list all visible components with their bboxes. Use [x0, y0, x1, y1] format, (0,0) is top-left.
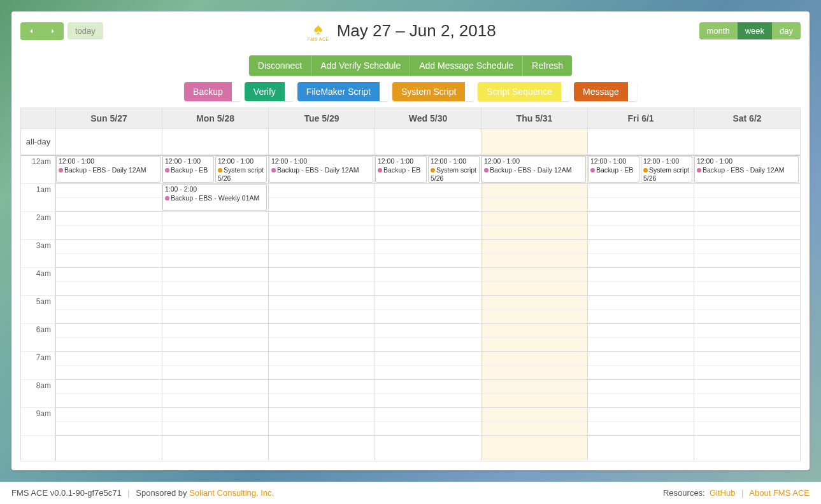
day-column[interactable]: 12:00 - 1:00Backup - EB12:00 - 1:00Syste…	[375, 156, 481, 461]
calendar-event[interactable]: 12:00 - 1:00Backup - EBS - Daily 12AM	[56, 156, 161, 183]
event-time: 12:00 - 1:00	[218, 157, 264, 166]
hour-label: 1am	[21, 184, 55, 212]
prev-button[interactable]	[20, 22, 42, 40]
about-link[interactable]: About FMS ACE	[749, 488, 810, 498]
hour-label: 6am	[21, 324, 55, 352]
event-dot-icon	[165, 196, 169, 200]
calendar: Sun 5/27Mon 5/28Tue 5/29Wed 5/30Thu 5/31…	[20, 108, 801, 461]
nav-arrows	[20, 22, 64, 40]
allday-cell[interactable]	[481, 129, 587, 155]
event-time: 12:00 - 1:00	[643, 157, 690, 166]
day-header: Sun 5/27	[55, 108, 162, 129]
day-column[interactable]: 12:00 - 1:00Backup - EBS - Daily 12AM	[694, 156, 800, 461]
filter-label[interactable]: FileMaker Script	[297, 82, 380, 101]
toolbar-disconnect[interactable]: Disconnect	[249, 55, 311, 76]
time-grid[interactable]: 12am1am2am3am4am5am6am7am8am9am 12:00 - …	[21, 156, 800, 461]
allday-cell[interactable]	[694, 129, 800, 155]
hour-label: 7am	[21, 352, 55, 380]
day-header: Fri 6/1	[587, 108, 694, 129]
filter-label[interactable]: Verify	[245, 82, 285, 101]
toolbar-add-verify-schedule[interactable]: Add Verify Schedule	[311, 55, 410, 76]
allday-cell[interactable]	[162, 129, 268, 155]
event-dot-icon	[643, 168, 648, 172]
filter-verify: Verify	[245, 82, 294, 101]
event-dot-icon	[590, 168, 595, 172]
event-title: System script 5/26	[218, 166, 264, 183]
filter-label[interactable]: Message	[574, 82, 628, 101]
filter-label[interactable]: System Script	[392, 82, 465, 101]
view-day[interactable]: day	[772, 22, 801, 39]
spade-icon: ♠	[306, 20, 331, 37]
day-column[interactable]: 12:00 - 1:00Backup - EB12:00 - 1:00Syste…	[587, 156, 694, 461]
sponsored-label: Sponsored by	[136, 488, 189, 498]
calendar-event[interactable]: 12:00 - 1:00Backup - EBS - Daily 12AM	[694, 156, 799, 183]
day-column[interactable]: 12:00 - 1:00Backup - EBS - Daily 12AM	[481, 156, 587, 461]
event-dot-icon	[165, 168, 169, 172]
calendar-event[interactable]: 1:00 - 2:00Backup - EBS - Weekly 01AM	[162, 184, 267, 211]
day-column[interactable]: 12:00 - 1:00Backup - EB12:00 - 1:00Syste…	[162, 156, 268, 461]
day-header: Tue 5/29	[268, 108, 375, 129]
event-title: Backup - EBS - Daily 12AM	[697, 166, 796, 175]
event-title: Backup - EBS - Daily 12AM	[59, 166, 158, 175]
event-dot-icon	[378, 168, 382, 172]
calendar-event[interactable]: 12:00 - 1:00System script 5/26	[215, 156, 267, 183]
event-time: 12:00 - 1:00	[590, 157, 637, 166]
calendar-event[interactable]: 12:00 - 1:00System script 5/26	[641, 156, 692, 183]
next-button[interactable]	[42, 22, 64, 40]
resources-label: Resources:	[663, 488, 705, 498]
today-button[interactable]: today	[68, 22, 103, 39]
toolbar-add-message-schedule[interactable]: Add Message Schedule	[410, 55, 523, 76]
calendar-event[interactable]: 12:00 - 1:00Backup - EB	[375, 156, 427, 183]
allday-cell[interactable]	[268, 129, 375, 155]
github-link[interactable]: GitHub	[710, 488, 735, 498]
event-title: Backup - EB	[165, 166, 211, 175]
filter-label[interactable]: Script Sequence	[478, 82, 561, 101]
filter-label[interactable]: Backup	[184, 82, 232, 101]
event-title: Backup - EB	[378, 166, 424, 175]
sponsor-link[interactable]: Soliant Consulting, Inc.	[189, 488, 274, 498]
filter-row: BackupVerifyFileMaker ScriptSystem Scrip…	[20, 82, 801, 101]
event-title: System script 5/26	[643, 166, 690, 183]
event-dot-icon	[59, 168, 63, 172]
filter-filemaker-script: FileMaker Script	[297, 82, 389, 101]
allday-cell[interactable]	[587, 129, 694, 155]
event-dot-icon	[271, 168, 276, 172]
event-dot-icon	[697, 168, 701, 172]
event-time: 12:00 - 1:00	[697, 157, 796, 166]
action-toolbar: DisconnectAdd Verify ScheduleAdd Message…	[249, 55, 572, 76]
chevron-left-icon	[27, 27, 36, 36]
filter-toggle[interactable]	[561, 82, 570, 101]
toolbar-refresh[interactable]: Refresh	[523, 55, 572, 76]
hour-label: 4am	[21, 268, 55, 296]
day-column[interactable]: 12:00 - 1:00Backup - EBS - Daily 12AM	[55, 156, 162, 461]
view-month[interactable]: month	[699, 22, 738, 39]
app-logo: ♠ FMS ACE	[306, 20, 331, 41]
filter-toggle[interactable]	[380, 82, 389, 101]
hour-label: 12am	[21, 156, 55, 184]
calendar-event[interactable]: 12:00 - 1:00Backup - EBS - Daily 12AM	[482, 156, 586, 183]
filter-toggle[interactable]	[285, 82, 294, 101]
filter-script-sequence: Script Sequence	[478, 82, 570, 101]
calendar-event[interactable]: 12:00 - 1:00System script 5/26	[428, 156, 480, 183]
calendar-event[interactable]: 12:00 - 1:00Backup - EBS - Daily 12AM	[269, 156, 373, 183]
calendar-event[interactable]: 12:00 - 1:00Backup - EB	[588, 156, 639, 183]
filter-toggle[interactable]	[465, 82, 474, 101]
event-dot-icon	[431, 168, 435, 172]
day-header: Thu 5/31	[481, 108, 587, 129]
event-dot-icon	[484, 168, 489, 172]
hour-label: 3am	[21, 240, 55, 268]
calendar-event[interactable]: 12:00 - 1:00Backup - EB	[162, 156, 214, 183]
time-axis: 12am1am2am3am4am5am6am7am8am9am	[21, 156, 55, 461]
footer: FMS ACE v0.0.1-90-gf7e5c71 | Sponsored b…	[0, 482, 821, 504]
allday-cell[interactable]	[55, 129, 162, 155]
logo-text: FMS ACE	[306, 37, 331, 41]
allday-row: all-day	[21, 129, 800, 156]
day-header: Mon 5/28	[162, 108, 268, 129]
event-time: 12:00 - 1:00	[484, 157, 583, 166]
filter-toggle[interactable]	[628, 82, 637, 101]
allday-cell[interactable]	[375, 129, 481, 155]
day-column[interactable]: 12:00 - 1:00Backup - EBS - Daily 12AM	[268, 156, 375, 461]
filter-toggle[interactable]	[232, 82, 241, 101]
view-switch: month week day	[699, 22, 801, 39]
view-week[interactable]: week	[738, 22, 772, 39]
